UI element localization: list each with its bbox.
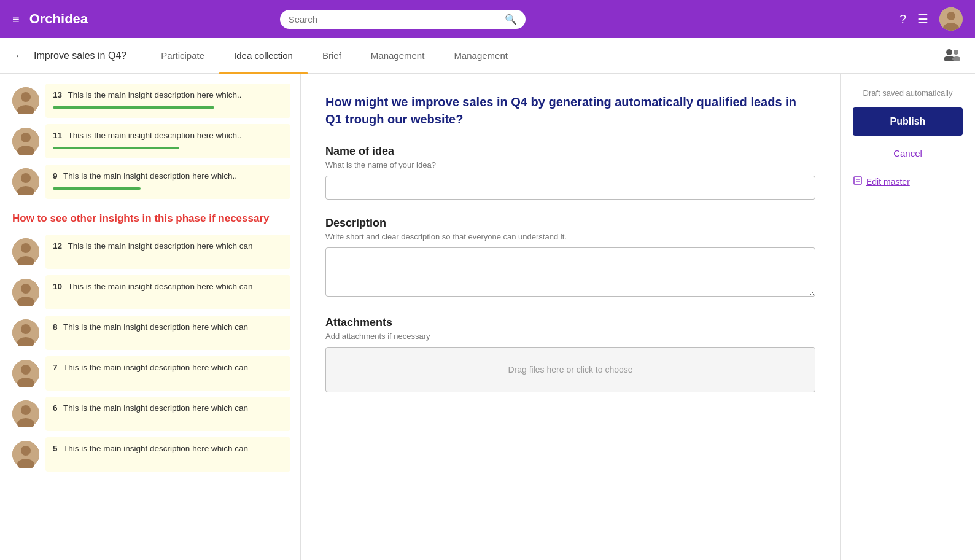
insight-card[interactable]: 7 This is the main insight description h… — [45, 356, 290, 391]
list-item: 11 This is the main insight description … — [12, 124, 290, 158]
tab-idea-collection[interactable]: Idea collection — [219, 38, 308, 74]
list-item: 5 This is the main insight description h… — [12, 437, 290, 472]
insight-text: 12 This is the main insight description … — [53, 241, 283, 252]
attachments-section: Attachments Add attachments if necessary… — [325, 316, 815, 392]
svg-point-29 — [21, 405, 31, 415]
svg-point-1 — [947, 12, 955, 20]
insight-text: 13 This is the main insight description … — [53, 90, 283, 101]
insight-num: 5 — [53, 444, 58, 453]
publish-button[interactable]: Publish — [853, 107, 963, 136]
search-bar: 🔍 — [280, 10, 526, 29]
back-button[interactable]: ← — [15, 50, 24, 61]
name-of-idea-section: Name of idea What is the name of your id… — [325, 145, 815, 200]
tab-management2[interactable]: Management — [439, 38, 522, 74]
insight-card[interactable]: 9 This is the main insight description h… — [45, 165, 290, 199]
drop-zone-text: Drag files here or click to choose — [508, 365, 632, 375]
page-title: Improve sales in Q4? — [34, 50, 126, 61]
name-of-idea-input[interactable] — [325, 176, 815, 200]
section-header: How to see other insights in this phase … — [12, 211, 290, 226]
insight-card[interactable]: 11 This is the main insight description … — [45, 124, 290, 158]
list-icon[interactable]: ☰ — [917, 12, 928, 26]
list-item: 6 This is the main insight description h… — [12, 397, 290, 431]
name-of-idea-label: Name of idea — [325, 145, 815, 158]
edit-master-link[interactable]: Edit master — [853, 176, 963, 188]
svg-point-23 — [21, 324, 31, 334]
question-title: How might we improve sales in Q4 by gene… — [325, 93, 815, 128]
svg-point-8 — [21, 92, 31, 102]
insight-card[interactable]: 12 This is the main insight description … — [45, 235, 290, 269]
insight-text: 5 This is the main insight description h… — [53, 443, 283, 455]
sidebar: 13 This is the main insight description … — [0, 74, 301, 560]
list-item: 10 This is the main insight description … — [12, 275, 290, 309]
avatar — [12, 87, 39, 114]
list-item: 7 This is the main insight description h… — [12, 356, 290, 391]
insight-card[interactable]: 8 This is the main insight description h… — [45, 316, 290, 350]
insight-bar — [53, 147, 179, 149]
insight-text: 8 This is the main insight description h… — [53, 322, 283, 333]
name-of-idea-hint: What is the name of your idea? — [325, 160, 815, 169]
insight-card[interactable]: 10 This is the main insight description … — [45, 275, 290, 309]
insight-card[interactable]: 13 This is the main insight description … — [45, 84, 290, 118]
search-icon: 🔍 — [505, 14, 517, 25]
insight-text: 6 This is the main insight description h… — [53, 403, 283, 414]
app-header: ≡ Orchidea 🔍 ? ☰ — [0, 0, 975, 38]
nav-tabs: Participate Idea collection Brief Manage… — [146, 38, 943, 74]
search-input[interactable] — [289, 14, 500, 25]
attachments-label: Attachments — [325, 316, 815, 329]
insight-text: 7 This is the main insight description h… — [53, 362, 283, 374]
app-logo: Orchidea — [29, 11, 88, 27]
list-item: 13 This is the main insight description … — [12, 84, 290, 118]
avatar — [12, 279, 39, 306]
main-layout: 13 This is the main insight description … — [0, 74, 975, 560]
avatar-image — [939, 7, 963, 31]
insight-num: 10 — [53, 282, 62, 291]
svg-point-11 — [21, 133, 31, 142]
insight-card[interactable]: 5 This is the main insight description h… — [45, 437, 290, 472]
svg-point-26 — [21, 365, 31, 375]
main-content: How might we improve sales in Q4 by gene… — [301, 74, 840, 560]
drop-zone[interactable]: Drag files here or click to choose — [325, 347, 815, 392]
sub-nav: ← Improve sales in Q4? Participate Idea … — [0, 38, 975, 74]
nav-right-actions — [943, 47, 960, 64]
tab-brief[interactable]: Brief — [308, 38, 356, 74]
list-item: 12 This is the main insight description … — [12, 235, 290, 269]
insight-num: 13 — [53, 90, 62, 99]
insight-bar — [53, 187, 141, 190]
description-section: Description Write short and clear descri… — [325, 217, 815, 299]
svg-point-20 — [21, 284, 31, 294]
insight-num: 11 — [53, 131, 62, 140]
menu-icon[interactable]: ≡ — [12, 12, 20, 26]
avatar — [12, 128, 39, 155]
list-item: 8 This is the main insight description h… — [12, 316, 290, 350]
section-header-text[interactable]: How to see other insights in this phase … — [12, 211, 290, 226]
insight-text: 9 This is the main insight description h… — [53, 171, 283, 182]
insight-num: 8 — [53, 322, 58, 332]
attachments-hint: Add attachments if necessary — [325, 332, 815, 341]
users-icon[interactable] — [943, 47, 960, 64]
svg-point-3 — [946, 49, 952, 55]
draft-status-label: Draft saved automatically — [853, 88, 963, 98]
svg-point-14 — [21, 173, 31, 183]
edit-master-icon — [853, 176, 863, 188]
tab-management1[interactable]: Management — [356, 38, 440, 74]
insight-text: 11 This is the main insight description … — [53, 130, 283, 142]
back-arrow-icon: ← — [15, 50, 24, 61]
help-icon[interactable]: ? — [899, 12, 906, 26]
avatar — [12, 400, 39, 427]
avatar — [12, 441, 39, 468]
cancel-button[interactable]: Cancel — [853, 146, 963, 161]
insight-num: 7 — [53, 363, 58, 372]
avatar — [12, 238, 39, 265]
avatar — [12, 319, 39, 346]
insight-text: 10 This is the main insight description … — [53, 281, 283, 293]
svg-point-5 — [954, 50, 958, 55]
description-textarea[interactable] — [325, 247, 815, 297]
svg-point-17 — [21, 243, 31, 253]
insight-num: 6 — [53, 403, 58, 413]
tab-participate[interactable]: Participate — [146, 38, 219, 74]
user-avatar[interactable] — [939, 7, 963, 31]
right-panel: Draft saved automatically Publish Cancel… — [840, 74, 975, 560]
insight-num: 9 — [53, 171, 58, 181]
svg-point-32 — [21, 446, 31, 456]
insight-card[interactable]: 6 This is the main insight description h… — [45, 397, 290, 431]
